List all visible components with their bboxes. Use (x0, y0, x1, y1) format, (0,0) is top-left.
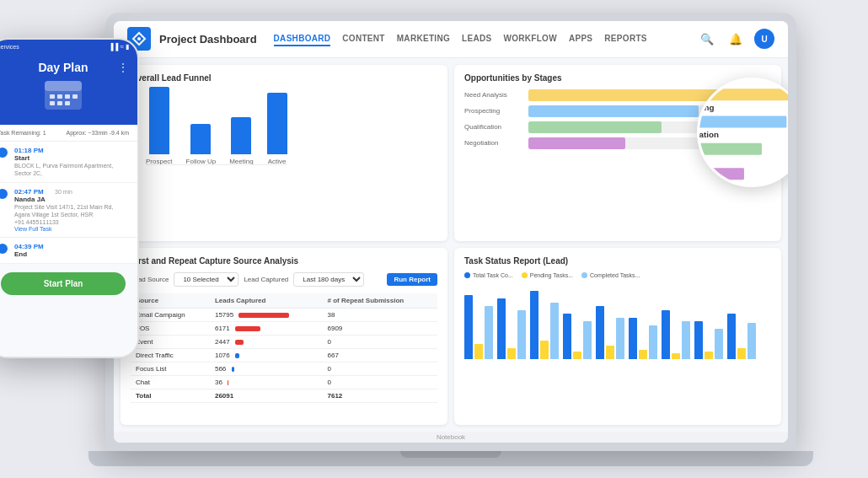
svg-point-9 (137, 37, 141, 40)
capture-table: Source Leads Captured # of Repeat Submis… (131, 293, 437, 403)
task-bar-pending (507, 348, 516, 360)
task-bar-group (629, 318, 657, 360)
task-bar-pending (705, 352, 713, 359)
legend-pending: Pending Tasks... (522, 272, 573, 278)
table-row: FOS 6171 6909 (131, 322, 437, 336)
phone-task-meeting: 02:47 PM 30 min Nanda JA Project Site Vi… (0, 183, 137, 238)
search-icon[interactable]: 🔍 (697, 29, 717, 49)
task-dot-1 (0, 148, 8, 158)
calendar-icon (43, 78, 83, 111)
task-bar-completed (583, 321, 592, 359)
view-full-task-link[interactable]: View Full Task (14, 226, 129, 232)
task-bar-total (662, 310, 670, 360)
nav-apps[interactable]: APPS (569, 32, 592, 46)
nav-leads[interactable]: LEADS (462, 32, 491, 46)
phone-task-end: 04:39 PM End (0, 238, 137, 264)
svg-rect-8 (65, 101, 70, 105)
notification-icon[interactable]: 🔔 (726, 29, 746, 49)
laptop-base (88, 451, 813, 466)
approx-info: Approx: ~33min -9.4 km (66, 130, 129, 136)
table-row: Chat 36 0 (131, 376, 437, 389)
bar-event (235, 340, 244, 345)
svg-rect-1 (45, 81, 82, 91)
task-bar-completed (517, 310, 526, 360)
opp-bar-qual (528, 121, 662, 133)
bar-prospect: Prospect (146, 87, 173, 165)
task-phone-2: +91 4455111133 (14, 218, 129, 226)
start-plan-button[interactable]: Start Plan (1, 272, 126, 295)
task-report-title: Task Status Report (Lead) (464, 256, 771, 266)
task-address-2: Project Site Visit 147/1, 21st Main Rd, … (14, 203, 129, 218)
bar-followup: Follow Up (186, 124, 217, 165)
task-bar-completed (550, 303, 559, 360)
task-legend: Total Task Co... Pending Tasks... Comple… (464, 272, 771, 278)
nav-dashboard[interactable]: DASHBOARD (274, 32, 331, 46)
task-bar-group (596, 306, 624, 359)
task-bar-pending (474, 344, 483, 359)
task-report-panel: Task Status Report (Lead) Total Task Co.… (454, 248, 781, 425)
task-bar-total (596, 306, 604, 359)
task-content-3: 04:39 PM End (14, 243, 51, 258)
svg-rect-3 (57, 94, 62, 99)
lead-captured-select[interactable]: Last 180 days (293, 272, 364, 287)
bar-meeting: Meeting (229, 117, 253, 165)
table-row: Focus List 566 0 (131, 363, 437, 376)
task-bar-total (464, 295, 473, 360)
task-time-2: 02:47 PM (14, 188, 51, 196)
bar-prospect-fill (149, 87, 169, 154)
task-bar-completed (747, 323, 756, 359)
svg-rect-5 (72, 94, 78, 99)
legend-total: Total Task Co... (464, 272, 513, 278)
task-bar-completed (485, 306, 493, 359)
footer-bar: Notebook (114, 432, 788, 443)
task-bar-total (629, 318, 637, 360)
user-avatar[interactable]: U (754, 29, 774, 49)
lead-captured-label: Lead Captured (244, 276, 288, 283)
task-bar-completed (682, 321, 690, 359)
svg-rect-7 (57, 101, 62, 105)
phone-service: services (0, 44, 19, 50)
nav-workflow[interactable]: WORKFLOW (503, 32, 557, 46)
task-dot-3 (0, 244, 8, 254)
phone-overlay: services ▐▐ ≈ ▮ ⋮ Day Plan (0, 38, 139, 358)
nav-reports[interactable]: REPORTS (604, 32, 646, 46)
phone-menu-icon[interactable]: ⋮ (117, 61, 129, 74)
task-dot-2 (0, 189, 8, 199)
phone-task-start: 01:18 PM Start BLOCK L, Purva Fairmont A… (0, 142, 137, 183)
bar-email (238, 313, 289, 318)
nav-marketing[interactable]: MARKETING (397, 32, 450, 46)
task-bar-pending (639, 350, 647, 359)
task-duration-2: 30 min (55, 189, 72, 195)
task-time-1: 01:18 PM (14, 147, 51, 154)
nav-items: DASHBOARD CONTENT MARKETING LEADS WORKFL… (274, 32, 697, 46)
task-bar-pending (672, 353, 680, 359)
nav-content[interactable]: CONTENT (342, 32, 384, 46)
task-content-2: 02:47 PM 30 min Nanda JA Project Site Vi… (14, 188, 129, 232)
run-report-button[interactable]: Run Report (387, 273, 437, 286)
phone-title: Day Plan (0, 61, 129, 74)
table-row: Direct Traffic 1076 667 (131, 349, 437, 363)
phone-body: Task Remaining: 1 Approx: ~33min -9.4 km… (0, 125, 137, 357)
svg-rect-4 (65, 94, 70, 99)
task-bar-total (563, 314, 571, 359)
lead-source-select[interactable]: 10 Selected (174, 272, 238, 287)
magnifier-overlay: nalysis cting cation n 0 0.5 (697, 78, 788, 187)
capture-title: First and Repeat Capture Source Analysis (131, 256, 437, 266)
task-bar-pending (606, 346, 614, 359)
legend-completed: Completed Tasks... (581, 272, 640, 278)
task-bar-group (727, 314, 756, 359)
bar-fos (235, 326, 260, 331)
bar-focus (232, 367, 234, 372)
task-bar-group (497, 298, 526, 359)
task-bar-completed (715, 329, 723, 359)
task-bar-total (694, 321, 703, 359)
col-repeats: # of Repeat Submission (323, 293, 438, 309)
task-title-1: Start (14, 154, 129, 162)
table-row: Event 2447 0 (131, 336, 437, 349)
capture-analysis-panel: First and Repeat Capture Source Analysis… (121, 248, 447, 425)
task-bar-total (530, 291, 538, 359)
col-source: Source (131, 293, 210, 309)
phone-meta-row: Task Remaining: 1 Approx: ~33min -9.4 km (0, 125, 137, 142)
task-bar-completed (649, 325, 657, 360)
top-navigation: Project Dashboard DASHBOARD CONTENT MARK… (114, 21, 788, 58)
